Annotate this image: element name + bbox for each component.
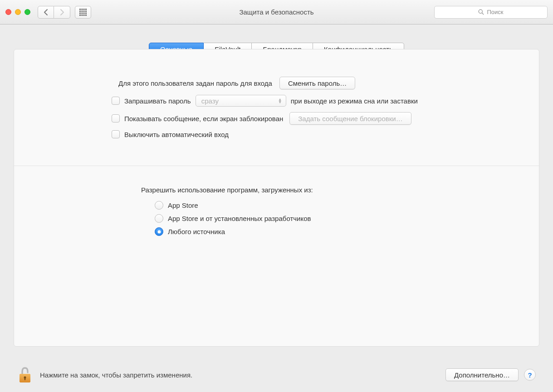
gatekeeper-option-anywhere[interactable]: Любого источника: [155, 227, 516, 236]
general-pane: Для этого пользователя задан пароль для …: [14, 49, 539, 347]
svg-rect-14: [83, 15, 85, 16]
svg-line-17: [482, 13, 484, 15]
search-placeholder: Поиск: [487, 9, 503, 15]
show-message-row: Показывать сообщение, если экран заблоки…: [112, 112, 516, 125]
svg-rect-4: [79, 10, 81, 12]
require-password-checkbox[interactable]: [112, 97, 120, 105]
back-button[interactable]: [38, 6, 54, 19]
radio-anywhere[interactable]: [155, 227, 163, 236]
show-message-checkbox[interactable]: [112, 114, 120, 122]
chevron-updown-icon: ▲▼: [278, 98, 282, 103]
svg-rect-8: [79, 12, 81, 14]
password-row: Для этого пользователя задан пароль для …: [37, 77, 516, 89]
lock-text: Нажмите на замок, чтобы запретить измене…: [40, 371, 192, 379]
grid-icon: [79, 9, 87, 16]
svg-rect-11: [85, 12, 87, 14]
minimize-button[interactable]: [15, 9, 21, 15]
radio-identified-label: App Store и от установленных разработчик…: [168, 215, 311, 222]
disable-autologin-row: Выключить автоматический вход: [112, 130, 516, 138]
gatekeeper-option-identified[interactable]: App Store и от установленных разработчик…: [155, 214, 516, 223]
close-button[interactable]: [5, 9, 11, 15]
svg-rect-12: [79, 15, 81, 16]
require-password-label-prefix: Запрашивать пароль: [124, 97, 191, 105]
require-password-delay-value: сразу: [201, 97, 219, 105]
radio-anywhere-label: Любого источника: [168, 228, 225, 235]
svg-rect-1: [81, 9, 83, 10]
window-controls: [5, 9, 30, 15]
radio-appstore[interactable]: [155, 201, 163, 210]
titlebar: Защита и безопасность Поиск: [0, 0, 553, 24]
svg-rect-15: [85, 15, 87, 16]
divider: [14, 166, 539, 166]
radio-identified[interactable]: [155, 214, 163, 223]
svg-rect-7: [85, 10, 87, 12]
forward-button[interactable]: [54, 6, 70, 19]
nav-buttons: [38, 6, 70, 19]
advanced-button[interactable]: Дополнительно…: [445, 368, 519, 381]
require-password-row: Запрашивать пароль сразу ▲▼ при выходе и…: [112, 95, 516, 107]
show-all-button[interactable]: [75, 6, 91, 19]
require-password-label-suffix: при выходе из режима сна или заставки: [291, 97, 418, 105]
lock-icon[interactable]: [17, 366, 33, 384]
disable-autologin-checkbox[interactable]: [112, 130, 120, 138]
footer: Нажмите на замок, чтобы запретить измене…: [0, 366, 553, 384]
help-button[interactable]: ?: [524, 369, 536, 381]
chevron-right-icon: [60, 9, 64, 16]
maximize-button[interactable]: [24, 9, 30, 15]
footer-right: Дополнительно… ?: [445, 368, 536, 381]
search-input[interactable]: Поиск: [434, 6, 548, 19]
search-icon: [478, 9, 484, 15]
require-password-delay-select[interactable]: сразу ▲▼: [196, 95, 286, 107]
svg-rect-6: [83, 10, 85, 12]
radio-appstore-label: App Store: [168, 201, 198, 209]
svg-rect-21: [24, 377, 26, 380]
svg-rect-2: [83, 9, 85, 10]
password-text: Для этого пользователя задан пароль для …: [118, 79, 272, 87]
content: Основные FileVault Брандмауэр Конфиденци…: [0, 24, 553, 353]
gatekeeper-option-appstore[interactable]: App Store: [155, 201, 516, 210]
chevron-left-icon: [44, 9, 48, 16]
disable-autologin-label: Выключить автоматический вход: [124, 131, 229, 138]
svg-rect-9: [81, 12, 83, 14]
show-message-label: Показывать сообщение, если экран заблоки…: [124, 115, 283, 122]
gatekeeper-section: Разрешить использование программ, загруж…: [141, 186, 516, 236]
svg-rect-13: [81, 15, 83, 16]
window-title: Защита и безопасность: [239, 8, 313, 16]
svg-rect-0: [79, 9, 81, 10]
set-lock-message-button[interactable]: Задать сообщение блокировки…: [289, 112, 411, 125]
gatekeeper-title: Разрешить использование программ, загруж…: [141, 186, 516, 194]
svg-rect-3: [85, 9, 87, 10]
svg-rect-10: [83, 12, 85, 14]
change-password-button[interactable]: Сменить пароль…: [279, 77, 355, 89]
svg-rect-5: [81, 10, 83, 12]
